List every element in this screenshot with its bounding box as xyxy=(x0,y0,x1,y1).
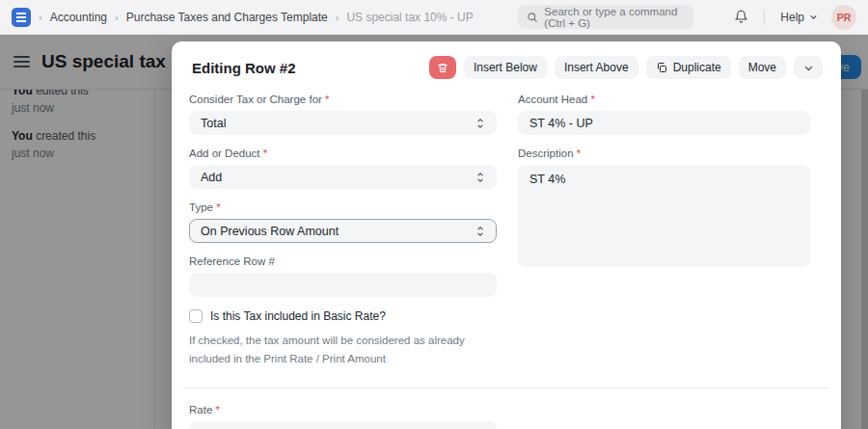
navbar-divider xyxy=(764,10,765,25)
tax-included-help-text: If checked, the tax amount will be consi… xyxy=(189,332,498,367)
chevron-down-icon xyxy=(803,63,814,73)
modal-title: Editing Row #2 xyxy=(192,60,296,76)
top-navbar: › Accounting › Purchase Taxes and Charge… xyxy=(0,0,868,35)
breadcrumb-chevron-icon: › xyxy=(39,12,42,23)
type-select[interactable]: On Previous Row Amount xyxy=(189,219,497,243)
field-label: Type * xyxy=(189,201,497,213)
reference-row-input[interactable] xyxy=(189,273,497,297)
breadcrumb-accounting[interactable]: Accounting xyxy=(50,11,107,24)
field-label: Description * xyxy=(518,147,810,159)
search-placeholder: Search or type a command (Ctrl + G) xyxy=(544,6,685,29)
consider-tax-select[interactable]: Total xyxy=(189,111,497,135)
form-column-right: Account Head * Description * ST 4% xyxy=(518,94,810,367)
move-button[interactable]: Move xyxy=(739,56,786,79)
field-consider-tax: Consider Tax or Charge for * Total xyxy=(189,94,497,135)
modal-body: Consider Tax or Charge for * Total Add o… xyxy=(172,91,841,429)
breadcrumb-purchase-taxes-template[interactable]: Purchase Taxes and Charges Template xyxy=(126,11,328,24)
field-label: Consider Tax or Charge for * xyxy=(189,94,497,105)
field-account-head: Account Head * xyxy=(518,94,810,135)
duplicate-icon xyxy=(656,62,667,73)
modal-actions: Insert Below Insert Above Duplicate Move xyxy=(429,56,823,79)
user-avatar[interactable]: PR xyxy=(831,5,856,30)
app-logo-icon[interactable] xyxy=(12,8,31,27)
help-menu[interactable]: Help xyxy=(780,11,818,24)
selected-value: On Previous Row Amount xyxy=(201,225,339,238)
required-asterisk: * xyxy=(263,147,267,159)
field-add-or-deduct: Add or Deduct * Add xyxy=(189,147,497,189)
required-asterisk: * xyxy=(216,404,220,416)
trash-icon xyxy=(437,62,448,74)
insert-above-button[interactable]: Insert Above xyxy=(555,56,638,79)
required-asterisk: * xyxy=(577,147,581,159)
required-asterisk: * xyxy=(216,201,220,213)
field-rate: Rate * xyxy=(189,404,497,429)
select-caret-icon xyxy=(475,172,485,183)
field-label: Reference Row # xyxy=(189,255,497,267)
add-or-deduct-select[interactable]: Add xyxy=(189,165,497,189)
selected-value: Add xyxy=(201,171,222,184)
field-reference-row: Reference Row # xyxy=(189,255,497,297)
field-tax-included: Is this Tax included in Basic Rate? xyxy=(189,309,497,323)
chevron-down-icon xyxy=(809,13,818,21)
help-label: Help xyxy=(780,11,804,24)
breadcrumb-current-doc: US special tax 10% - UP xyxy=(346,11,473,24)
search-icon xyxy=(527,12,538,23)
description-textarea[interactable]: ST 4% xyxy=(518,165,810,267)
section-divider xyxy=(183,388,829,389)
modal-header: Editing Row #2 Insert Below Insert Above… xyxy=(172,41,841,91)
delete-row-button[interactable] xyxy=(429,56,456,79)
tax-included-label[interactable]: Is this Tax included in Basic Rate? xyxy=(210,309,386,323)
duplicate-button[interactable]: Duplicate xyxy=(646,56,731,79)
insert-below-button[interactable]: Insert Below xyxy=(464,56,547,79)
form-column-left: Consider Tax or Charge for * Total Add o… xyxy=(189,94,497,367)
account-head-input[interactable] xyxy=(518,111,810,135)
duplicate-label: Duplicate xyxy=(673,61,721,74)
field-label: Rate * xyxy=(189,404,497,416)
required-asterisk: * xyxy=(325,94,329,105)
breadcrumb-chevron-icon: › xyxy=(336,12,339,23)
editing-row-modal: Editing Row #2 Insert Below Insert Above… xyxy=(172,41,841,429)
field-type: Type * On Previous Row Amount xyxy=(189,201,497,243)
rate-input[interactable] xyxy=(189,421,497,429)
required-asterisk: * xyxy=(590,94,594,105)
global-search-input[interactable]: Search or type a command (Ctrl + G) xyxy=(518,5,693,29)
notifications-bell-icon[interactable] xyxy=(734,10,748,24)
select-caret-icon xyxy=(475,226,485,237)
tax-included-checkbox[interactable] xyxy=(189,309,203,323)
more-actions-button[interactable] xyxy=(794,56,823,79)
select-caret-icon xyxy=(475,118,485,129)
field-label: Add or Deduct * xyxy=(189,147,497,159)
breadcrumb-chevron-icon: › xyxy=(115,12,119,23)
field-description: Description * ST 4% xyxy=(518,147,810,267)
field-label: Account Head * xyxy=(518,94,810,105)
selected-value: Total xyxy=(201,117,226,130)
